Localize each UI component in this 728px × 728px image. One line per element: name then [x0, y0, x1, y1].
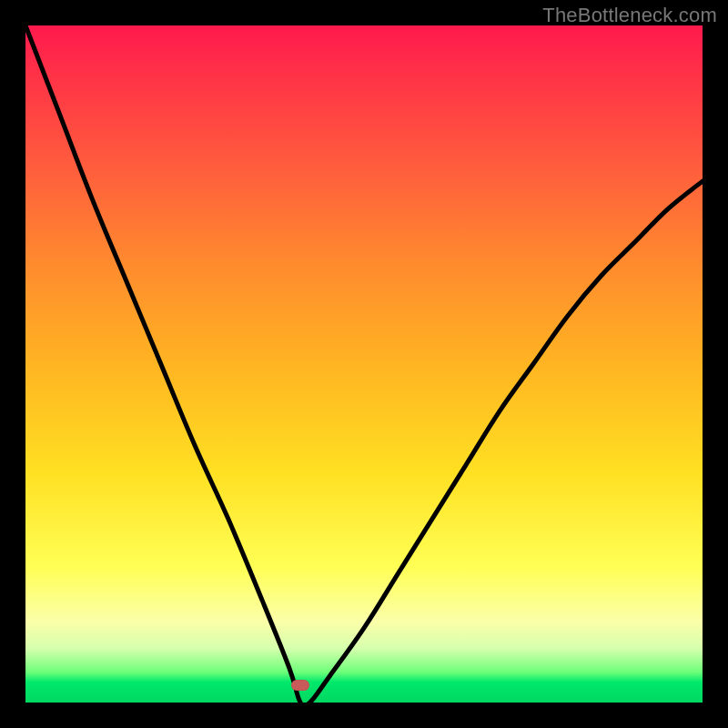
plot-area [25, 25, 703, 703]
optimal-marker [291, 680, 309, 691]
bottleneck-curve [25, 25, 703, 703]
chart-container: TheBottleneck.com [0, 0, 728, 728]
watermark-text: TheBottleneck.com [542, 4, 717, 27]
